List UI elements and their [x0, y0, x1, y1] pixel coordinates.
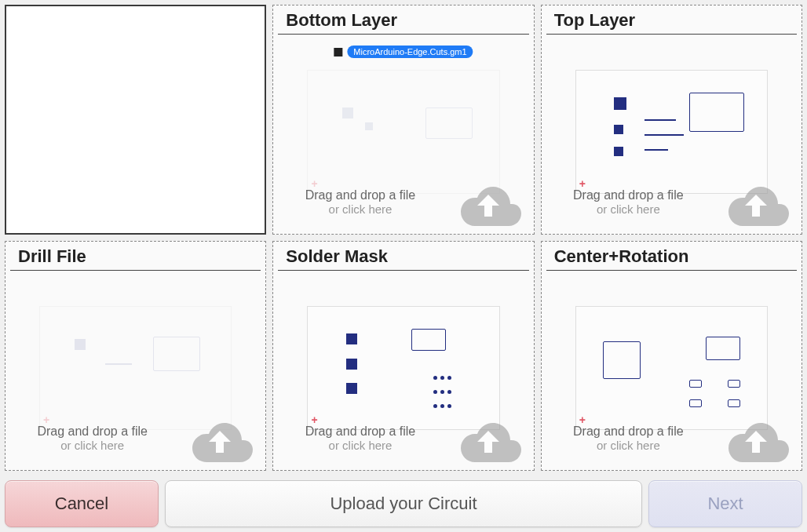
panel-title: Bottom Layer [278, 5, 528, 35]
file-icon [334, 48, 342, 56]
panel-title: Drill File [10, 242, 261, 271]
drop-hint: Drag and drop a file or click here [542, 424, 715, 453]
drop-hint: Drag and drop a file or click here [273, 188, 447, 217]
upload-wizard: Bottom Layer MicroArduino-Edge.Cuts.gm1 … [0, 0, 807, 532]
uploaded-file-chip[interactable]: MicroArduino-Edge.Cuts.gm1 [334, 46, 473, 58]
center-rotation-panel[interactable]: Center+Rotation + Drag and drop a file [541, 241, 802, 471]
panel-title: Center+Rotation [546, 242, 797, 271]
panel-body: MicroArduino-Edge.Cuts.gm1 + Drag and dr… [273, 35, 533, 234]
drop-hint: Drag and drop a file or click here [5, 424, 179, 453]
next-button[interactable]: Next [648, 480, 802, 527]
drop-hint: Drag and drop a file or click here [542, 188, 715, 217]
panel-body: + Drag and drop a file or click here [542, 35, 802, 234]
panel-grid: Bottom Layer MicroArduino-Edge.Cuts.gm1 … [0, 0, 807, 476]
solder-mask-panel[interactable]: Solder Mask + [272, 241, 534, 471]
upload-cloud-icon [181, 409, 259, 464]
drop-hint: Drag and drop a file or click here [273, 424, 447, 453]
panel-title: Top Layer [546, 5, 797, 35]
upload-cloud-icon [717, 409, 795, 464]
panel-body: + Drag and drop a file or click here [5, 271, 265, 470]
preview-panel[interactable] [5, 5, 266, 235]
bottom-layer-panel[interactable]: Bottom Layer MicroArduino-Edge.Cuts.gm1 … [272, 5, 534, 235]
panel-body: + Drag and drop a file or click here [542, 271, 802, 470]
upload-circuit-button[interactable]: Upload your Circuit [165, 480, 642, 527]
upload-cloud-icon [717, 173, 795, 228]
cancel-button[interactable]: Cancel [5, 480, 159, 527]
footer-toolbar: Cancel Upload your Circuit Next [0, 476, 807, 532]
panel-title: Solder Mask [278, 242, 528, 271]
panel-body: + Drag and drop a file or click here [273, 271, 533, 470]
file-name: MicroArduino-Edge.Cuts.gm1 [347, 46, 473, 58]
top-layer-panel[interactable]: Top Layer + Drag and drop a file [541, 5, 802, 235]
upload-cloud-icon [449, 173, 528, 228]
drill-file-panel[interactable]: Drill File + Drag and drop a file or cli… [5, 241, 266, 471]
upload-cloud-icon [449, 409, 528, 464]
